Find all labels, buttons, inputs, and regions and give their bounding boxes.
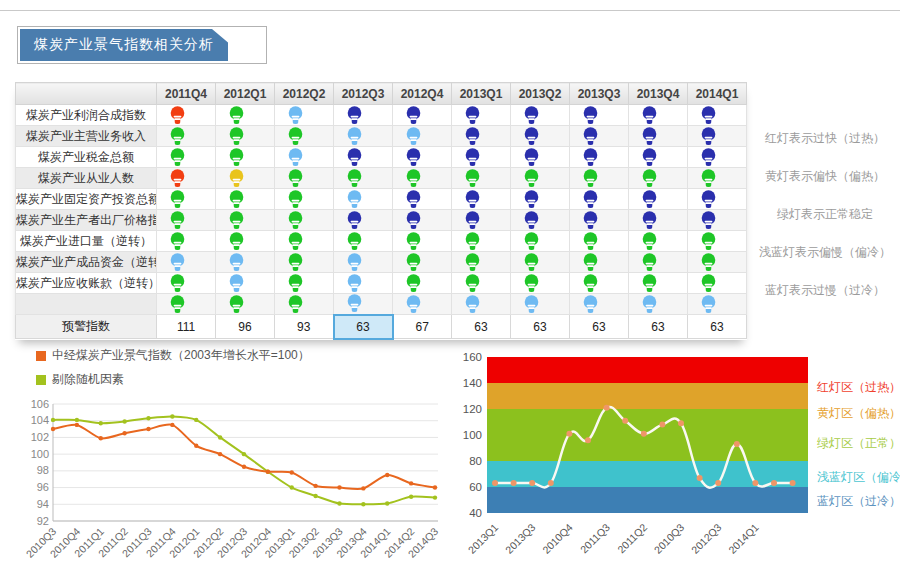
y-tick-label: 80	[469, 455, 482, 467]
lamp-cell-blue	[511, 147, 570, 168]
lamp-icon	[406, 106, 421, 125]
lamp-icon	[229, 127, 244, 146]
data-point	[433, 495, 437, 499]
warning-value-cell-selected[interactable]: 63	[334, 315, 393, 339]
lamp-icon	[465, 127, 480, 146]
lamp-cell-blue	[511, 210, 570, 231]
lamp-icon	[465, 274, 480, 293]
lamp-icon	[406, 211, 421, 230]
indicator-row: 煤炭产业进口量（逆转）	[16, 231, 747, 252]
warning-value-cell[interactable]: 63	[570, 315, 629, 339]
warning-value-cell[interactable]: 111	[157, 315, 216, 339]
lamp-legend-line: 红灯表示过快（过热）	[750, 130, 900, 147]
lamp-icon	[347, 106, 362, 125]
lamp-cell-blue	[629, 210, 688, 231]
lamp-cell-yellow	[216, 168, 275, 189]
data-point	[548, 480, 554, 486]
lamp-cell-green	[157, 210, 216, 231]
indicator-row: 煤炭产业生产者出厂价格指数	[16, 210, 747, 231]
lamp-cell-green	[216, 189, 275, 210]
quarter-header[interactable]: 2012Q4	[393, 83, 452, 105]
warning-value-cell[interactable]: 63	[511, 315, 570, 339]
quarter-header[interactable]: 2013Q3	[570, 83, 629, 105]
quarter-header[interactable]: 2011Q4	[157, 83, 216, 105]
band	[487, 409, 808, 461]
data-point	[337, 501, 341, 505]
quarter-header[interactable]: 2013Q2	[511, 83, 570, 105]
y-tick-label: 104	[31, 414, 49, 426]
lamp-cell-green	[216, 231, 275, 252]
warning-value-cell[interactable]: 63	[629, 315, 688, 339]
lamp-cell-lightblue	[275, 147, 334, 168]
lamp-icon	[347, 294, 362, 313]
lamp-icon	[229, 169, 244, 188]
data-point	[313, 484, 317, 488]
data-point	[51, 427, 55, 431]
lamp-icon	[170, 169, 185, 188]
data-point	[218, 452, 222, 456]
lamp-icon	[229, 253, 244, 272]
quarter-header[interactable]: 2012Q3	[334, 83, 393, 105]
quarter-header[interactable]: 2014Q1	[688, 83, 747, 105]
data-point	[641, 431, 647, 437]
x-tick-label: 2012Q3	[689, 521, 724, 556]
lamp-cell-green	[393, 273, 452, 294]
lamp-cell-green	[452, 273, 511, 294]
data-point	[622, 418, 628, 424]
lamp-icon	[583, 190, 598, 209]
indicator-row: 煤炭产业应收账款（逆转）	[16, 273, 747, 294]
lamp-cell-green	[452, 168, 511, 189]
lamp-cell-lightblue	[157, 252, 216, 273]
warning-value-cell[interactable]: 96	[216, 315, 275, 339]
band	[487, 357, 808, 383]
indicator-label: 煤炭产业产成品资金（逆转）	[16, 252, 157, 273]
lamp-cell-blue	[393, 147, 452, 168]
data-point	[361, 502, 365, 506]
lamp-cell-blue	[452, 210, 511, 231]
y-tick-label: 60	[469, 481, 482, 493]
y-tick-label: 96	[37, 481, 49, 493]
indicator-label: 煤炭产业税金总额	[16, 147, 157, 168]
lamp-icon	[288, 232, 303, 251]
lamp-icon	[524, 232, 539, 251]
data-point	[99, 421, 103, 425]
table-body: 煤炭产业利润合成指数煤炭产业主营业务收入煤炭产业税金总额煤炭产业从业人数煤炭产业…	[16, 105, 747, 339]
lamp-icon	[642, 232, 657, 251]
lamp-cell-green	[157, 273, 216, 294]
lamp-cell-blue	[570, 189, 629, 210]
lamp-icon	[170, 232, 185, 251]
prosperity-table-wrap: 2011Q42012Q12012Q22012Q32012Q42013Q12013…	[15, 82, 747, 340]
band-label: 红灯区（过热）	[816, 380, 900, 394]
warning-value-cell[interactable]: 67	[393, 315, 452, 339]
quarter-header[interactable]: 2012Q2	[275, 83, 334, 105]
lamp-cell-lightblue	[216, 252, 275, 273]
indicator-row: 煤炭产业税金总额	[16, 147, 747, 168]
lamp-legend-line: 黄灯表示偏快（偏热）	[750, 168, 900, 185]
lamp-cell-blue	[570, 147, 629, 168]
warning-value-cell[interactable]: 63	[452, 315, 511, 339]
quarter-header[interactable]: 2013Q1	[452, 83, 511, 105]
y-tick-label: 98	[37, 464, 49, 476]
lamp-cell-blue	[570, 210, 629, 231]
band-label: 蓝灯区（过冷）	[817, 494, 900, 508]
quarter-header[interactable]: 2013Q4	[629, 83, 688, 105]
indicator-row: 煤炭产业主营业务收入	[16, 126, 747, 147]
lamp-icon	[170, 190, 185, 209]
lamp-cell-green	[275, 189, 334, 210]
quarter-header[interactable]: 2012Q1	[216, 83, 275, 105]
data-point	[409, 481, 413, 485]
lamp-cell-green	[216, 294, 275, 315]
indicator-row	[16, 294, 747, 315]
lamp-icon	[347, 190, 362, 209]
lamp-cell-green	[334, 168, 393, 189]
data-point	[146, 427, 150, 431]
warning-value-cell[interactable]: 93	[275, 315, 334, 339]
lamp-icon	[288, 211, 303, 230]
lamp-legend-line: 浅蓝灯表示偏慢（偏冷）	[750, 244, 900, 261]
lamp-cell-blue	[452, 126, 511, 147]
y-tick-label: 100	[463, 429, 482, 441]
lamp-icon	[642, 127, 657, 146]
warning-value-cell[interactable]: 63	[688, 315, 747, 339]
y-tick-label: 94	[37, 498, 49, 510]
indicator-row: 煤炭产业固定资产投资总额	[16, 189, 747, 210]
